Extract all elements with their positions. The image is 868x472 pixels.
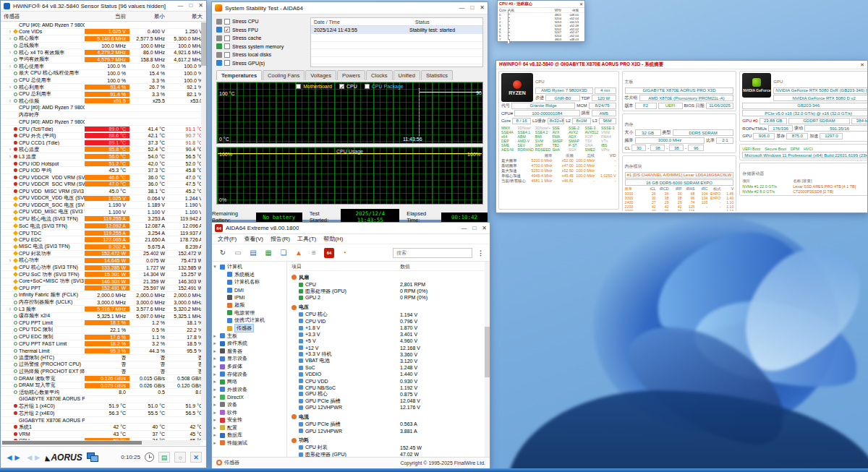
table-row[interactable]: › L3 温度 56.0 °C 54.0 °C 56.5 °C [1, 153, 206, 160]
table-row[interactable]: SoC 电流 (SVI3 TFN) 12.092 A 12.087 A 12.0… [1, 223, 206, 230]
stress-option[interactable]: Stress system memory [216, 43, 307, 51]
table-row[interactable]: CPU EDC 限制 17.6 % 1.1 % 17.8 % [1, 334, 206, 341]
sensor-row[interactable]: CPU VDD 0.930 V [292, 377, 490, 384]
sensor-row[interactable]: CPU VID 0.796 V [292, 318, 490, 325]
sensor-row[interactable]: +1.8 V 1.870 V [292, 325, 490, 331]
more-options-icon[interactable]: ⋮ [477, 249, 484, 257]
refresh-icon[interactable]: ↻ [218, 248, 228, 258]
close-icon[interactable]: ✕ [579, 1, 583, 7]
sensor-row[interactable]: +5 V 4.960 V [292, 338, 490, 344]
legend-checkbox[interactable] [365, 84, 370, 89]
close-icon[interactable]: ✕ [198, 3, 203, 9]
legend-checkbox[interactable] [296, 84, 301, 89]
tab[interactable]: Powers [337, 70, 365, 80]
summary-titlebar[interactable]: HWiNFO® 64 v8.32-5840 @ GIGABYTE X870E A… [496, 61, 867, 69]
drive-row[interactable]: NVMe #2 8.0 GT/s CT2000P3SSD8 [2 TB] [742, 189, 867, 194]
report-icon[interactable]: ▭ [233, 248, 243, 258]
table-row[interactable]: 内存时序 [1, 112, 206, 119]
close-icon[interactable]: ✕ [480, 5, 485, 11]
core-usage-titlebar[interactable]: CPU #0 - 活跃核心 ✕ [498, 1, 584, 8]
stress-option[interactable]: Stress local disks [216, 51, 307, 59]
tree-item[interactable]: ▸ 多媒体 [212, 363, 286, 371]
maximize-icon[interactable]: □ [472, 226, 476, 231]
sensor-row[interactable]: 图形处理器 (GPU) 0 RPM (0%) [292, 288, 490, 294]
tree-item[interactable]: 超频 [212, 301, 286, 309]
tree-item[interactable]: 系统概述 [212, 271, 286, 279]
graph-legend-item[interactable]: CPU [339, 84, 357, 89]
tab[interactable]: Unified [393, 70, 420, 80]
menu-item[interactable]: 文件(F) [218, 235, 237, 243]
tree-item[interactable]: 计算机名称 [212, 278, 286, 286]
tree-item[interactable]: ▸ 设备 [212, 401, 286, 409]
stress-checkbox[interactable] [224, 19, 230, 25]
tree-item[interactable]: ▸ 存储设备 [212, 370, 286, 378]
stability-titlebar[interactable]: System Stability Test - AIDA64 — □ ✕ [212, 2, 488, 14]
legend-checkbox[interactable] [339, 84, 344, 89]
tune-icon[interactable]: ≡ [309, 248, 319, 258]
stress-checkbox[interactable] [224, 52, 230, 58]
stress-option[interactable]: Stress cache [216, 34, 307, 43]
sensor-row[interactable]: SoC 1.248 V [292, 364, 490, 371]
sensor-row[interactable]: GPU PCIe 插槽 0.563 A [292, 421, 490, 427]
tab[interactable]: Temperatures [216, 70, 262, 80]
horizontal-scrollbar[interactable] [1, 440, 200, 445]
sensor-row[interactable]: +3.3 V 3.401 V [292, 331, 490, 338]
tree-item[interactable]: IPMI [212, 293, 286, 301]
tree-item[interactable]: ▸ 性能测试 [212, 439, 286, 447]
minimize-icon[interactable]: — [459, 5, 464, 11]
clock-icon[interactable] [145, 452, 154, 462]
tree-item[interactable]: ▸ 服务器 [212, 348, 286, 356]
report-icon[interactable]: ▤ [158, 452, 170, 463]
network-icon[interactable]: ❏ [278, 248, 289, 258]
tree-item[interactable]: ▸ 软件 [212, 408, 286, 416]
drive-row[interactable]: NVMe #1 22.0 GT/s Lexar SSD ARES PRO 4TB… [742, 184, 867, 189]
table-row[interactable]: CPU 外壳 (平均) 88.6 °C 42.1 °C 90.7 °C [1, 133, 206, 140]
table-row[interactable]: 缓存频率 x2/4 5,325.1 MHz 5,097.0 MHz 5,325.… [1, 313, 206, 320]
display-icon[interactable]: ▤ [248, 248, 258, 258]
table-row[interactable]: VRM 43 °C 37 °C 45 °C [1, 431, 206, 438]
stress-option[interactable]: Stress GPU(s) [216, 59, 307, 68]
sensor-row[interactable]: GPU 12VHPWR 12.176 V [292, 404, 490, 411]
sensor-row[interactable]: GPU PCIe 插槽 12.048 V [292, 398, 490, 404]
tree-item[interactable]: ▸ 操作系统 [212, 340, 286, 348]
sensor-row[interactable]: VBAT 电池 3.120 V [292, 358, 490, 364]
aida64-badge-icon[interactable]: 64 [324, 248, 334, 258]
close-sensors-icon[interactable]: ✕ [190, 452, 202, 463]
stress-checkbox[interactable] [224, 60, 230, 66]
table-row[interactable]: Core+SoC+MISC 功率 (SVI3 TFN) 146.303 W 21… [1, 278, 206, 286]
graph-legend-item[interactable]: Motherboard [296, 84, 332, 89]
sensor-row[interactable]: GPU 2 0 RPM (0%) [292, 294, 490, 301]
tree-item[interactable]: ▸ 配置 [212, 424, 286, 432]
sensor-row[interactable]: GPU 12VHPWR 3.881 A [292, 428, 490, 434]
tree-item[interactable]: ▸ 显示设备 [212, 355, 286, 363]
tab[interactable]: Voltages [305, 70, 336, 80]
minimize-icon[interactable]: — [461, 226, 467, 231]
sensor-row[interactable]: CPU 核心 1.194 V [292, 312, 490, 318]
tree-item[interactable]: 电源管理 [212, 309, 286, 317]
table-row[interactable]: CPU TDC 119.255 A 3.254 A 119.937 A [1, 230, 206, 237]
tab[interactable]: Cooling Fans [263, 70, 305, 80]
table-row[interactable]: 系统1 42 °C 40 °C 42 °C [1, 424, 206, 431]
tab[interactable]: Clocks [366, 70, 393, 80]
table-row[interactable]: CPU IOD 平均 45.3 °C 37.3 °C 45.8 °C [1, 167, 206, 174]
tree-item[interactable]: ▾ 计算机 [212, 263, 286, 271]
maximize-icon[interactable]: □ [470, 5, 474, 11]
menu-item[interactable]: 工具(T) [297, 235, 316, 243]
table-row[interactable]: CPU [#0]: AMD Ryzen 7 9800X3D: Enhanced [1, 119, 206, 126]
tab[interactable]: Statistics [421, 70, 453, 80]
tree-item[interactable]: ▸ 主板 [212, 332, 286, 340]
settings-gear-icon[interactable]: ☼ [174, 452, 186, 463]
menu-item[interactable]: 查看(V) [244, 235, 263, 243]
table-row[interactable]: 芯片组 2 (x4E0) 56.3 °C 55.5 °C 56.5 °C [1, 410, 206, 417]
panel-scrollbar[interactable] [485, 262, 490, 457]
flame-icon[interactable]: ▲ [294, 248, 304, 258]
menu-item[interactable]: 报告(R) [271, 235, 290, 243]
page-back-icon[interactable]: ◄► [5, 452, 21, 463]
table-row[interactable]: CPU PPT FAST Limit 18.2 % 3.2 % 18.5 % [1, 340, 206, 348]
tree-item[interactable]: ▸ 数据库 [212, 432, 286, 439]
table-row[interactable]: CPU VDDCR_VDD VRM (SVI3 TFN) 46.6 °C 36.… [1, 174, 206, 181]
aida64-titlebar[interactable]: 64 AIDA64 Extreme v8.00.1800 — □ ✕ [212, 223, 490, 234]
tree-item[interactable]: ▸ 安全性 [212, 416, 286, 424]
hwinfo-titlebar[interactable]: HWiNFO® 64 v8.32-5840 Sensor Status [96 … [1, 1, 206, 12]
stress-checkbox[interactable] [224, 43, 230, 49]
